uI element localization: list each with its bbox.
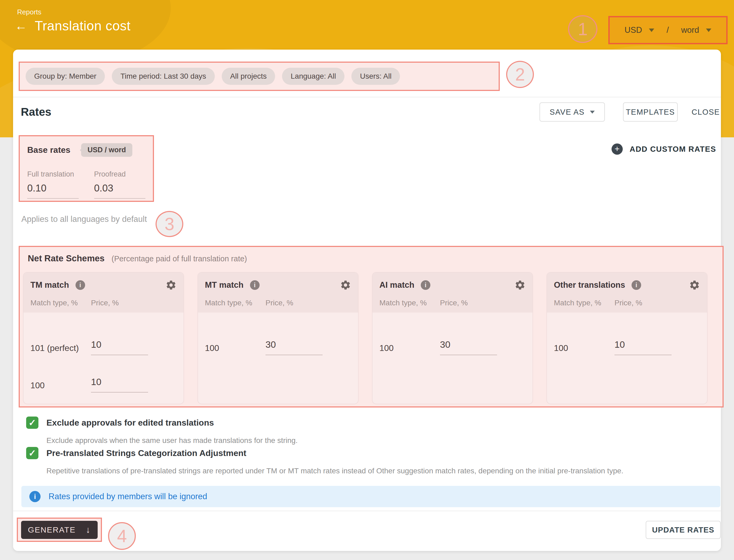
checkbox-checked[interactable]: ✓ [26,417,38,429]
match-type-column-header: Match type, % [205,299,265,307]
option-pretranslated-adjustment: ✓ Pre-translated Strings Categorization … [26,447,623,475]
update-rates-button[interactable]: UPDATE RATES [646,521,721,539]
price-column-header: Price, % [265,299,293,307]
option-label: Pre-translated Strings Categorization Ad… [46,448,246,458]
settings-gear-icon[interactable] [689,279,700,291]
generate-highlight-box: GENERATE ↓ [17,518,102,542]
filter-chip-users[interactable]: Users: All [351,68,400,85]
net-rate-schemes-highlight-box: Net Rate Schemes (Percentage paid of ful… [19,246,724,407]
unit-value: word [681,25,699,35]
currency-unit-badge: USD / word [81,143,132,157]
rates-section-title: Rates [21,106,51,118]
info-icon: i [29,491,41,502]
checkbox-checked[interactable]: ✓ [26,447,38,459]
close-button[interactable]: CLOSE [691,102,721,122]
match-type-column-header: Match type, % [380,299,440,307]
scheme-title: TM match [30,280,69,290]
chevron-down-icon [590,111,595,114]
proofread-label: Proofread [94,170,146,178]
info-icon[interactable]: i [250,280,259,290]
full-translation-input[interactable]: 0.10 [27,183,79,199]
unit-select[interactable]: word [681,25,711,35]
add-custom-rates-button[interactable]: + ADD CUSTOM RATES [612,143,716,155]
filter-chip-language[interactable]: Language: All [282,68,344,85]
price-column-header: Price, % [615,299,642,307]
match-type-value: 100 [30,381,91,393]
price-input[interactable]: 10 [91,377,148,393]
proofread-input[interactable]: 0.03 [94,183,146,199]
match-type-column-header: Match type, % [30,299,91,307]
currency-select[interactable]: USD [625,25,654,35]
info-banner: i Rates provided by members will be igno… [21,486,720,507]
price-input[interactable]: 30 [440,339,497,355]
templates-button[interactable]: TEMPLATES [623,102,678,122]
settings-gear-icon[interactable] [340,279,351,291]
info-icon[interactable]: i [632,280,641,290]
back-arrow-icon[interactable]: ← [15,20,27,32]
match-type-value: 100 [554,343,615,355]
save-as-label: SAVE AS [550,108,585,117]
filter-chip-group-by[interactable]: Group by: Member [26,68,105,85]
settings-gear-icon[interactable] [515,279,526,291]
annotation-circle-3: 3 [155,211,183,237]
generate-button[interactable]: GENERATE ↓ [21,521,98,539]
report-settings-card: Group by: Member Time period: Last 30 da… [13,50,721,551]
match-type-value: 101 (perfect) [30,343,91,355]
base-rates-highlight-box: Base rates USD / word Full translation 0… [19,135,154,202]
currency-value: USD [625,25,642,35]
filter-chip-projects[interactable]: All projects [222,68,275,85]
net-rate-schemes-title: Net Rate Schemes [28,253,105,263]
scheme-card-mt-match: MT match i Match type, % Price, % [197,272,358,404]
base-rates-title: Base rates [27,145,70,155]
footer-divider [13,511,721,511]
arrow-down-icon: ↓ [86,525,91,535]
match-type-value: 100 [205,343,265,355]
option-label: Exclude approvals for edited translation… [46,418,214,428]
price-column-header: Price, % [91,299,119,307]
scheme-title: AI match [380,280,415,290]
info-icon[interactable]: i [75,280,85,290]
annotation-circle-2: 2 [506,61,534,88]
option-exclude-approvals: ✓ Exclude approvals for edited translati… [26,417,298,445]
applies-note: Applies to all languages by default [21,214,147,224]
scheme-card-ai-match: AI match i Match type, % Price, % [372,272,533,404]
scheme-title: Other translations [554,280,625,290]
save-as-button[interactable]: SAVE AS [540,102,605,122]
full-translation-label: Full translation [27,170,79,178]
option-description: Repetitive translations of pre-translate… [46,467,623,475]
match-type-column-header: Match type, % [554,299,615,307]
price-input[interactable]: 10 [615,339,672,355]
annotation-circle-4: 4 [108,522,136,550]
page-title: Translation cost [35,18,130,34]
filter-chip-time-period[interactable]: Time period: Last 30 days [112,68,214,85]
match-type-value: 100 [380,343,440,355]
filters-highlight-box: Group by: Member Time period: Last 30 da… [19,62,500,91]
price-column-header: Price, % [440,299,468,307]
scheme-card-other-translations: Other translations i Match type, % Price… [547,272,708,404]
net-rate-schemes-subtitle: (Percentage paid of full translation rat… [111,254,247,263]
chevron-down-icon [706,29,711,32]
section-divider [13,97,721,97]
breadcrumb: Reports [17,8,41,16]
info-icon[interactable]: i [421,280,431,290]
scheme-title: MT match [205,280,243,290]
chevron-down-icon [649,29,654,32]
plus-icon: + [612,143,623,155]
full-translation-field: Full translation 0.10 [27,170,79,199]
price-input[interactable]: 10 [91,339,148,355]
option-description: Exclude approvals when the same user has… [46,436,298,445]
currency-unit-separator: / [667,25,669,35]
settings-gear-icon[interactable] [165,279,177,291]
currency-unit-highlight-box: USD / word [608,16,728,44]
proofread-field: Proofread 0.03 [94,170,146,199]
translation-cost-page: Reports ← Translation cost USD / word 1 … [0,0,734,560]
generate-label: GENERATE [28,525,76,534]
scheme-card-tm-match: TM match i Match type, % Price, % [23,272,184,404]
add-custom-rates-label: ADD CUSTOM RATES [630,145,716,154]
info-banner-text: Rates provided by members will be ignore… [49,492,207,501]
annotation-circle-1: 1 [568,15,597,43]
price-input[interactable]: 30 [265,339,322,355]
